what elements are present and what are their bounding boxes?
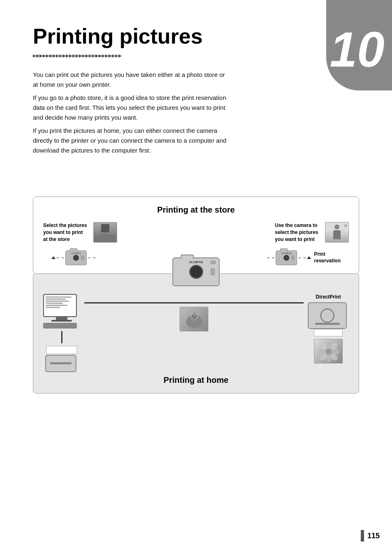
flower-svg bbox=[314, 339, 343, 364]
store-box-title: Printing at the store bbox=[43, 205, 349, 215]
person-body bbox=[333, 230, 341, 239]
page-title: Printing pictures bbox=[33, 25, 288, 48]
arrow-decorators: ▶▶▶▶▶▶▶▶▶▶▶▶▶▶▶▶▶▶▶▶▶▶▶▶▶▶▶ bbox=[33, 53, 122, 58]
camera-center-overlay: OLYMPUS bbox=[173, 257, 220, 286]
diagram-wrapper: Printing at the store Select the picture… bbox=[33, 197, 359, 393]
screen-line-1 bbox=[46, 296, 71, 298]
camera-large-card bbox=[211, 269, 215, 275]
pet-photo bbox=[180, 307, 208, 331]
printer-slot bbox=[50, 362, 71, 364]
surfer-figure bbox=[101, 224, 109, 232]
left-device-group: OLYMPUS bbox=[51, 250, 95, 265]
up-arrow-left bbox=[51, 256, 55, 259]
sync-icon: ↺ bbox=[344, 224, 347, 228]
camera-large-lens bbox=[189, 265, 203, 279]
main-content: Printing pictures ▶▶▶▶▶▶▶▶▶▶▶▶▶▶▶▶▶▶▶▶▶▶… bbox=[0, 0, 321, 197]
svg-point-16 bbox=[326, 349, 332, 354]
large-printer-body bbox=[308, 302, 347, 329]
large-printer-slot bbox=[315, 323, 340, 325]
svg-point-6 bbox=[193, 317, 196, 319]
horiz-line-top bbox=[84, 302, 304, 303]
camera-large-top-bump bbox=[181, 255, 194, 259]
printer-paper-out bbox=[46, 346, 77, 354]
camera-large-button bbox=[211, 261, 216, 264]
printer-icon bbox=[45, 346, 78, 372]
camera-top-bump-right bbox=[280, 248, 288, 251]
store-right-label: Use the camera to select the pictures yo… bbox=[275, 222, 320, 243]
person-photo-thumb: ↺ bbox=[325, 222, 349, 243]
screen-line-5 bbox=[46, 305, 67, 306]
home-right-col: DirectPrint bbox=[308, 294, 349, 364]
dash1 bbox=[57, 257, 64, 258]
page-num-text: 115 bbox=[367, 532, 380, 540]
vert-line-left bbox=[61, 331, 62, 343]
camera-top-bump-left bbox=[70, 248, 77, 251]
monitor-stand bbox=[56, 317, 67, 320]
svg-point-5 bbox=[195, 315, 197, 317]
chapter-tab: 10 bbox=[326, 0, 392, 90]
camera-lens-left bbox=[73, 255, 79, 261]
home-box-title: Printing at home bbox=[43, 375, 349, 385]
screen-line-4 bbox=[46, 303, 63, 304]
store-row: Select the pictures you want to print at… bbox=[43, 222, 349, 243]
arrow-row: ▶▶▶▶▶▶▶▶▶▶▶▶▶▶▶▶▶▶▶▶▶▶▶▶▶▶▶ bbox=[33, 53, 288, 58]
monitor bbox=[43, 294, 77, 317]
large-printer-paper bbox=[314, 329, 343, 336]
screen-line-6 bbox=[46, 307, 60, 308]
store-left-label: Select the pictures you want to print at… bbox=[43, 222, 88, 243]
directprint-label: DirectPrint bbox=[316, 294, 341, 300]
camera-large-body: OLYMPUS bbox=[173, 257, 220, 286]
thick-horiz bbox=[84, 302, 304, 303]
intro-para-1: You can print out the pictures you have … bbox=[33, 70, 230, 90]
printer-body bbox=[45, 355, 76, 372]
card-slot-left bbox=[81, 256, 84, 260]
store-left: Select the pictures you want to print at… bbox=[43, 222, 117, 243]
person-head bbox=[334, 225, 339, 229]
large-printer-circle bbox=[320, 308, 334, 323]
print-reservation-label: Printreservation bbox=[314, 251, 341, 264]
keyboard bbox=[43, 323, 77, 329]
home-content-row: DirectPrint bbox=[43, 294, 349, 372]
dash4 bbox=[298, 257, 306, 258]
home-left-col bbox=[43, 294, 80, 372]
svg-point-4 bbox=[192, 315, 194, 317]
flower-photo bbox=[314, 339, 343, 364]
dash3 bbox=[267, 257, 274, 258]
surfer-wave bbox=[94, 234, 117, 242]
monitor-base bbox=[51, 320, 72, 322]
camera-brand-right: OLYMPUS bbox=[281, 252, 291, 255]
right-device-group: OLYMPUS Printreservation bbox=[267, 250, 341, 265]
intro-para-3: If you print the pictures at home, you c… bbox=[33, 126, 230, 155]
home-box: DirectPrint bbox=[33, 273, 359, 394]
computer-icon bbox=[43, 294, 80, 329]
surfer-photo-thumb bbox=[93, 222, 117, 243]
chapter-number: 10 bbox=[330, 25, 384, 74]
up-arrow-right bbox=[307, 256, 311, 259]
store-right: Use the camera to select the pictures yo… bbox=[275, 222, 349, 243]
page-num-bar bbox=[361, 530, 364, 542]
page-number-area: 115 bbox=[361, 530, 380, 542]
person-figure bbox=[331, 225, 343, 240]
screen-line-2 bbox=[46, 299, 66, 300]
camera-small-left: OLYMPUS bbox=[65, 250, 87, 265]
camera-small-right: OLYMPUS bbox=[276, 250, 297, 265]
camera-large-brand: OLYMPUS bbox=[189, 261, 203, 264]
pet-svg bbox=[180, 307, 209, 332]
screen-line-3 bbox=[46, 301, 69, 302]
camera-lens-right bbox=[284, 255, 289, 261]
card-slot-right bbox=[292, 256, 294, 260]
large-printer bbox=[308, 302, 349, 336]
intro-para-2: If you go to a photo store, it is a good… bbox=[33, 93, 230, 123]
intro-text: You can print out the pictures you have … bbox=[33, 70, 230, 155]
home-middle-col bbox=[84, 294, 304, 331]
camera-brand-left: OLYMPUS bbox=[71, 252, 81, 255]
dash2 bbox=[88, 257, 95, 258]
